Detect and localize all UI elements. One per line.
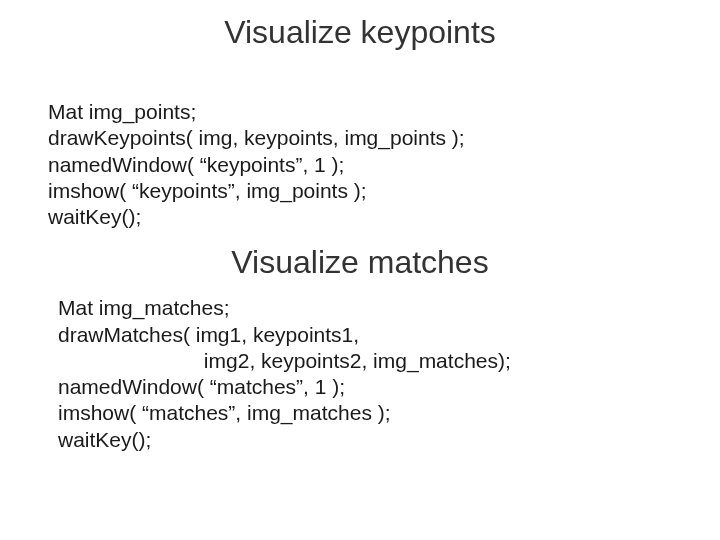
- code-line: Mat img_points;: [48, 99, 720, 125]
- code-line: waitKey();: [48, 204, 720, 230]
- code-block-keypoints: Mat img_points; drawKeypoints( img, keyp…: [48, 99, 720, 230]
- heading-matches: Visualize matches: [0, 244, 720, 281]
- code-line: namedWindow( “keypoints”, 1 );: [48, 152, 720, 178]
- heading-keypoints: Visualize keypoints: [0, 0, 720, 51]
- code-line: namedWindow( “matches”, 1 );: [58, 374, 720, 400]
- code-line: drawMatches( img1, keypoints1,: [58, 322, 720, 348]
- code-line: img2, keypoints2, img_matches);: [58, 348, 720, 374]
- code-line: waitKey();: [58, 427, 720, 453]
- code-line: imshow( “matches”, img_matches );: [58, 400, 720, 426]
- code-line: Mat img_matches;: [58, 295, 720, 321]
- code-line: drawKeypoints( img, keypoints, img_point…: [48, 125, 720, 151]
- code-block-matches: Mat img_matches; drawMatches( img1, keyp…: [58, 295, 720, 453]
- code-line: imshow( “keypoints”, img_points );: [48, 178, 720, 204]
